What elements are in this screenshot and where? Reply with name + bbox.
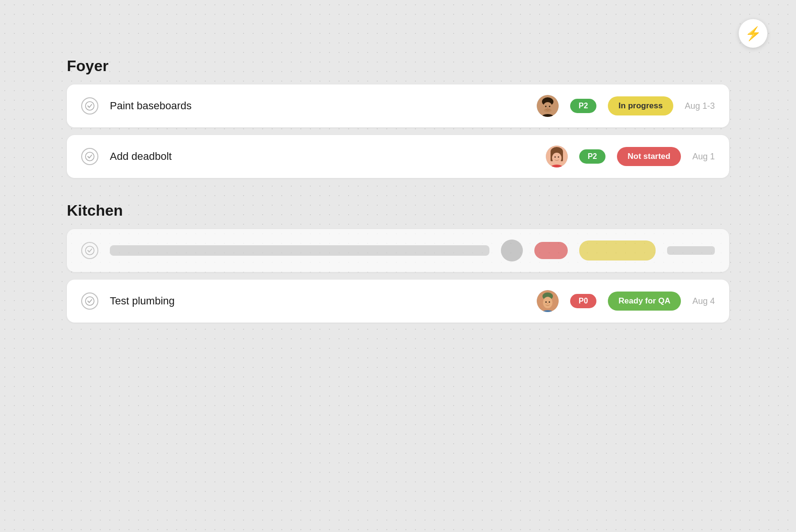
avatar [546, 146, 568, 167]
svg-point-16 [554, 156, 556, 158]
priority-badge[interactable]: P0 [570, 294, 597, 308]
priority-badge[interactable]: P2 [570, 99, 597, 113]
svg-point-19 [85, 297, 94, 305]
status-badge[interactable]: Ready for QA [608, 292, 681, 311]
status-badge-blurred [579, 240, 656, 261]
date-text: Aug 1 [692, 152, 715, 162]
task-row[interactable]: Add deadbolt [67, 135, 729, 178]
svg-point-9 [85, 152, 94, 161]
svg-point-18 [85, 246, 94, 255]
task-name-blurred [110, 245, 489, 256]
kitchen-section: Kitchen Tes [67, 202, 729, 323]
check-icon [81, 292, 98, 310]
check-icon [81, 148, 98, 165]
task-row[interactable] [67, 229, 729, 272]
svg-point-24 [545, 302, 547, 303]
kitchen-title: Kitchen [67, 202, 729, 219]
svg-point-17 [558, 156, 559, 158]
svg-point-14 [552, 153, 562, 163]
status-badge[interactable]: In progress [608, 96, 673, 115]
lightning-button[interactable]: ⚡ [739, 19, 767, 48]
avatar-blurred [501, 240, 523, 261]
avatar [537, 290, 559, 312]
task-name: Add deadbolt [110, 150, 534, 163]
status-badge[interactable]: Not started [617, 147, 681, 166]
foyer-title: Foyer [67, 57, 729, 75]
lightning-icon: ⚡ [745, 26, 762, 42]
avatar [537, 95, 559, 117]
svg-point-25 [549, 302, 550, 303]
date-blurred [667, 246, 715, 255]
svg-point-22 [543, 297, 552, 308]
check-icon [81, 242, 98, 259]
task-row[interactable]: Paint baseboards [67, 84, 729, 127]
foyer-section: Foyer Paint baseboards [67, 57, 729, 178]
svg-point-6 [549, 106, 550, 107]
svg-point-26 [547, 303, 548, 303]
check-icon [81, 97, 98, 115]
svg-point-8 [544, 108, 552, 112]
priority-badge-blurred [534, 242, 568, 259]
task-name: Paint baseboards [110, 100, 525, 112]
svg-point-5 [545, 106, 546, 107]
task-row[interactable]: Test plumbing [67, 280, 729, 323]
main-content: Foyer Paint baseboards [0, 0, 796, 359]
task-name: Test plumbing [110, 295, 525, 307]
svg-point-0 [85, 102, 94, 110]
date-text: Aug 4 [692, 296, 715, 306]
priority-badge[interactable]: P2 [579, 149, 606, 164]
date-text: Aug 1-3 [685, 101, 715, 111]
